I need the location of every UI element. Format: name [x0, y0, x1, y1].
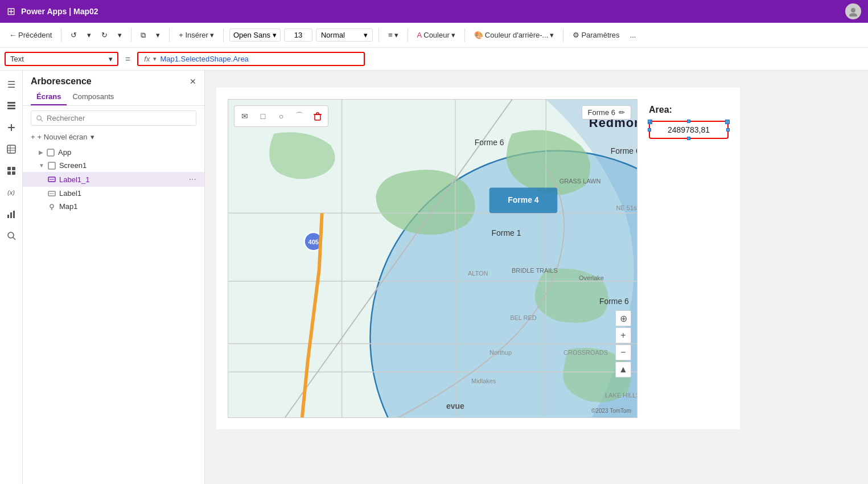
separator-3: [169, 28, 170, 42]
font-size-input[interactable]: [284, 28, 312, 42]
data-icon-btn[interactable]: [2, 140, 20, 158]
equals-sign: =: [122, 54, 134, 64]
grid-icon[interactable]: ⊞: [7, 5, 15, 18]
copy-dropdown-button[interactable]: ▾: [153, 29, 163, 41]
svg-rect-2: [7, 102, 15, 104]
chevron-down-icon: ▾: [550, 31, 554, 39]
back-button[interactable]: ← Précédent: [6, 29, 55, 41]
tree-tabs: Écrans Composants: [23, 89, 204, 106]
handle-mr[interactable]: [726, 128, 730, 132]
screen-canvas: ✉ □ ○ ⌒ Forme 6 ✏: [216, 88, 740, 429]
separator-2: [131, 28, 131, 42]
chevron-down-icon: ▾: [451, 31, 455, 39]
svg-text:ALTON: ALTON: [468, 270, 488, 277]
rect-tool-btn[interactable]: □: [255, 108, 271, 124]
redo-button[interactable]: ↻: [98, 29, 111, 41]
zoom-in-btn[interactable]: +: [615, 327, 631, 343]
handle-tc[interactable]: [687, 120, 690, 123]
tree-item-app[interactable]: ▶ App: [23, 146, 204, 159]
redo-dropdown-button[interactable]: ▾: [114, 29, 125, 41]
avatar[interactable]: [845, 3, 861, 19]
toolbar: ← Précédent ↺ ▾ ↻ ▾ ⧉ ▾ + Insérer ▾ Open…: [0, 23, 868, 48]
svg-point-0: [851, 8, 855, 13]
search-icon-btn[interactable]: [2, 227, 20, 245]
svg-line-21: [40, 119, 43, 121]
color-button[interactable]: A Couleur ▾: [414, 29, 459, 41]
tab-screens[interactable]: Écrans: [31, 89, 67, 105]
tree-item-screen1[interactable]: ▼ Screen1: [23, 159, 204, 172]
fx-label: fx: [144, 55, 150, 63]
svg-text:Overlake: Overlake: [579, 274, 604, 281]
area-value-box[interactable]: 2489783,81: [649, 121, 729, 139]
settings-button[interactable]: ⚙ Paramètres: [569, 29, 623, 41]
app-icon: [47, 149, 55, 157]
handle-tr[interactable]: [726, 120, 730, 123]
tree-close-button[interactable]: ✕: [190, 77, 196, 86]
tree-panel: Arborescence ✕ Écrans Composants + + Nou…: [23, 71, 205, 484]
insert-button[interactable]: + Insérer ▾: [175, 29, 217, 41]
polyline-tool-btn[interactable]: ⌒: [291, 108, 307, 124]
bgcolor-button[interactable]: 🎨 Couleur d'arrière-... ▾: [471, 29, 558, 41]
delete-tool-btn[interactable]: [310, 108, 326, 124]
screen-icon: [48, 162, 56, 170]
tree-header: Arborescence ✕: [23, 71, 204, 89]
edit-icon[interactable]: ✏: [619, 108, 625, 117]
area-label: Area:: [649, 105, 729, 115]
handle-tl[interactable]: [648, 120, 651, 123]
menu-icon-btn[interactable]: ☰: [2, 75, 20, 93]
shape-badge: Forme 6 ✏: [582, 105, 631, 120]
svg-text:Forme 6: Forme 6: [599, 297, 629, 306]
svg-text:Forme 1: Forme 1: [492, 228, 521, 237]
undo-icon: ↺: [71, 31, 77, 39]
svg-text:Midlakes: Midlakes: [471, 378, 496, 384]
circle-tool-btn[interactable]: ○: [273, 108, 289, 124]
property-selector[interactable]: Text ▾: [5, 52, 118, 66]
svg-rect-22: [47, 149, 54, 156]
formula-bar[interactable]: fx ▾ Map1.SelectedShape.Area: [137, 52, 365, 66]
canvas-area: ✉ □ ○ ⌒ Forme 6 ✏: [205, 71, 868, 484]
tree-item-label1[interactable]: Label1: [23, 187, 204, 200]
separator-1: [61, 28, 61, 42]
more-button[interactable]: ...: [627, 29, 640, 41]
font-selector[interactable]: Open Sans ▾: [229, 28, 281, 42]
map-container[interactable]: ✉ □ ○ ⌒ Forme 6 ✏: [228, 99, 637, 418]
svg-rect-17: [13, 211, 15, 218]
area-value-container: 2489783,81: [649, 121, 729, 139]
copy-button[interactable]: ⧉: [137, 29, 149, 42]
undo-dropdown-button[interactable]: ▾: [84, 29, 94, 41]
zoom-out-btn[interactable]: −: [615, 344, 631, 360]
chevron-down-icon: ▾: [273, 31, 277, 39]
area-value-text: 2489783,81: [661, 125, 717, 134]
tree-search: [31, 110, 196, 126]
map-icon: [48, 203, 56, 211]
tab-components[interactable]: Composants: [67, 89, 120, 105]
font-style-selector[interactable]: Normal ▾: [316, 28, 373, 42]
more-options-icon[interactable]: ···: [189, 174, 196, 184]
formulabar: Text ▾ = fx ▾ Map1.SelectedShape.Area: [0, 48, 868, 71]
add-screen-button[interactable]: + + Nouvel écran ▾: [23, 130, 204, 146]
undo-button[interactable]: ↺: [67, 29, 80, 41]
map-svg: 405 Forme 6 Forme 6 Forme 4 Forme 1 Form…: [228, 100, 637, 417]
chevron-down-icon: ▾: [90, 133, 94, 141]
svg-rect-15: [7, 215, 9, 218]
compass-btn[interactable]: ⊕: [615, 310, 631, 326]
align-button[interactable]: ≡ ▾: [385, 29, 402, 41]
add-icon-btn[interactable]: [2, 118, 20, 137]
handle-ml[interactable]: [648, 128, 651, 132]
svg-text:BEL RED: BEL RED: [510, 314, 537, 321]
layers-icon-btn[interactable]: [2, 97, 20, 115]
handle-bc[interactable]: [687, 137, 690, 140]
separator-7: [464, 28, 465, 42]
tree-item-map1[interactable]: Map1: [23, 200, 204, 213]
chart-icon-btn[interactable]: [2, 205, 20, 223]
envelope-tool-btn[interactable]: ✉: [237, 108, 253, 124]
search-input[interactable]: [47, 114, 191, 122]
variable-icon-btn[interactable]: (x): [2, 183, 20, 202]
redo-icon: ↻: [101, 31, 108, 39]
chevron-right-icon: ▶: [39, 149, 43, 155]
tree-item-label1-1[interactable]: Label1_1 ···: [23, 172, 204, 187]
bgcolor-icon: 🎨: [474, 31, 483, 39]
component-icon-btn[interactable]: [2, 162, 20, 180]
terrain-btn[interactable]: ▲: [615, 362, 631, 378]
map-copyright: ©2023 TomTom: [591, 408, 631, 414]
